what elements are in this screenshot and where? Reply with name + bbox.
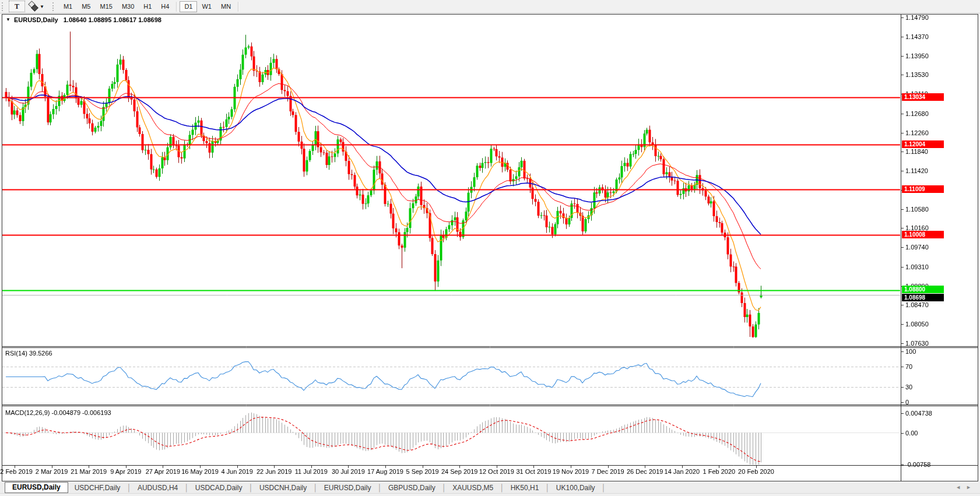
tab-separator: │ (545, 484, 550, 492)
date-label: 14 Jan 2020 (665, 468, 700, 475)
tab-separator: │ (602, 484, 606, 492)
tab-scroll-left-icon[interactable]: ◄ (956, 484, 966, 490)
date-label: 24 Sep 2019 (441, 468, 477, 475)
date-label: 4 Jun 2019 (221, 468, 252, 475)
tab-usdchf-daily[interactable]: USDCHF,Daily (68, 484, 127, 492)
date-label: 9 Apr 2019 (110, 468, 141, 475)
tab-uk100-daily[interactable]: UK100,Daily (550, 484, 602, 492)
resistance-price-tag: 1.12004 (902, 140, 944, 148)
tab-audusd-h4[interactable]: AUDUSD,H4 (131, 484, 184, 492)
date-label: 12 Oct 2019 (479, 468, 514, 475)
date-label: 26 Dec 2019 (627, 468, 663, 475)
price-chart-canvas[interactable] (0, 0, 980, 496)
date-label: 11 Jul 2019 (295, 468, 328, 475)
tab-separator: │ (442, 484, 447, 492)
tab-xauusd-m5[interactable]: XAUUSD,M5 (446, 484, 500, 492)
tab-separator: │ (127, 484, 131, 492)
date-label: 12 Feb 2019 (0, 468, 33, 475)
tab-bar: EURUSD,DailyUSDCHF,Daily│AUDUSD,H4│USDCA… (0, 482, 980, 494)
date-label: 7 Dec 2019 (591, 468, 624, 475)
chart-symbol-title: EURUSD,Daily (14, 16, 58, 23)
chart-title-row: ▼ EURUSD,Daily 1.08640 1.08895 1.08617 1… (6, 16, 161, 23)
date-label: 19 Nov 2019 (553, 468, 589, 475)
support-price-tag: 1.08800 (902, 286, 944, 293)
tab-scroll-right-icon[interactable]: ► (966, 484, 977, 490)
tab-hk50-h1[interactable]: HK50,H1 (504, 484, 546, 492)
tab-eurusd-daily[interactable]: EURUSD,Daily (5, 482, 68, 493)
date-label: 2 Mar 2019 (36, 468, 68, 475)
date-label: 1 Feb 2020 (703, 468, 736, 475)
tab-separator: │ (313, 484, 318, 492)
rsi-pane-label: RSI(14) 39.5266 (5, 350, 52, 357)
date-label: 21 Mar 2019 (71, 468, 107, 475)
tab-usdcnh-daily[interactable]: USDCNH,Daily (253, 484, 313, 492)
trading-terminal: T ▼ M1M5M15M30H1H4D1W1MN ▼ EURUSD,Daily … (0, 0, 980, 496)
macd-pane-label: MACD(12,26,9) -0.004879 -0.006193 (5, 409, 111, 416)
date-label: 31 Oct 2019 (516, 468, 551, 475)
date-label: 17 Aug 2019 (367, 468, 403, 475)
date-label: 16 May 2019 (181, 468, 219, 475)
current-price-tag: 1.08698 (902, 294, 944, 301)
resistance-price-tag: 1.11009 (902, 185, 944, 193)
tab-usdcad-daily[interactable]: USDCAD,Daily (189, 484, 249, 492)
date-label: 5 Sep 2019 (406, 468, 438, 475)
date-label: 30 Jul 2019 (332, 468, 365, 475)
date-label: 27 Apr 2019 (146, 468, 180, 475)
date-label: 22 Jun 2019 (257, 468, 292, 475)
resistance-price-tag: 1.13034 (902, 93, 944, 101)
tab-gbpusd-daily[interactable]: GBPUSD,Daily (382, 484, 442, 492)
chart-menu-caret-icon[interactable]: ▼ (6, 17, 10, 22)
tab-separator: │ (377, 484, 382, 492)
date-label: 20 Feb 2020 (738, 468, 774, 475)
tab-eurusd-daily[interactable]: EURUSD,Daily (318, 484, 378, 492)
tab-scroll-arrows[interactable]: ◄► (956, 484, 977, 490)
chart-ohlc-values: 1.08640 1.08895 1.08617 1.08698 (64, 16, 161, 23)
resistance-price-tag: 1.10008 (902, 231, 944, 238)
tab-separator: │ (184, 484, 189, 492)
tab-separator: │ (248, 484, 253, 492)
tab-separator: │ (500, 484, 504, 492)
